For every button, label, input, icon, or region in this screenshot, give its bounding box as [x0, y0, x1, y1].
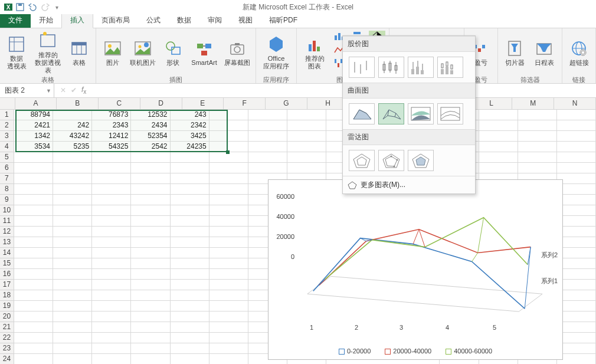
cell[interactable]: 12412	[92, 131, 131, 142]
cell[interactable]	[92, 269, 131, 280]
cell[interactable]	[92, 216, 131, 227]
cell[interactable]	[14, 216, 53, 227]
row-header[interactable]: 24	[0, 354, 14, 364]
cell[interactable]	[92, 237, 131, 248]
timeline-button[interactable]: 日程表	[530, 31, 558, 74]
cell[interactable]	[171, 333, 209, 343]
cell[interactable]	[209, 311, 248, 322]
cell[interactable]	[131, 216, 170, 227]
enter-icon[interactable]: ✔	[71, 86, 77, 94]
stock-chart-3[interactable]	[408, 57, 434, 78]
online-pictures-button[interactable]: 联机图片	[128, 31, 158, 74]
cell[interactable]	[14, 184, 53, 195]
cell[interactable]	[53, 301, 92, 311]
cell[interactable]	[131, 258, 170, 269]
cell[interactable]	[92, 205, 131, 216]
cell[interactable]	[557, 131, 596, 142]
tab-file[interactable]: 文件	[0, 13, 31, 28]
cell[interactable]	[209, 152, 248, 163]
cell[interactable]	[131, 248, 170, 258]
cell[interactable]	[53, 269, 92, 280]
cell[interactable]	[14, 227, 53, 237]
cell[interactable]	[53, 184, 92, 195]
cell[interactable]	[92, 343, 131, 354]
tab-data[interactable]: 数据	[169, 13, 199, 28]
cell[interactable]	[209, 205, 248, 216]
cell[interactable]	[171, 290, 209, 301]
cell[interactable]	[209, 184, 248, 195]
cell[interactable]	[171, 301, 209, 311]
row-header[interactable]: 21	[0, 322, 14, 333]
cell[interactable]	[209, 173, 248, 184]
cell[interactable]	[248, 142, 287, 152]
row-header[interactable]: 10	[0, 205, 14, 216]
col-G[interactable]: G	[266, 98, 307, 109]
cell[interactable]	[287, 152, 326, 163]
cell[interactable]	[53, 322, 92, 333]
cell[interactable]	[131, 173, 170, 184]
cell[interactable]	[53, 152, 92, 163]
tab-foxit-pdf[interactable]: 福昕PDF	[261, 13, 306, 28]
fx-icon[interactable]: fx	[81, 86, 86, 95]
cell[interactable]	[557, 163, 596, 173]
cell[interactable]: 3425	[171, 131, 209, 142]
cell[interactable]	[171, 269, 209, 280]
cell[interactable]	[209, 343, 248, 354]
cell[interactable]	[209, 227, 248, 237]
row-header[interactable]: 16	[0, 269, 14, 280]
cell[interactable]	[131, 322, 170, 333]
row-header[interactable]: 2	[0, 120, 14, 131]
row-header[interactable]: 7	[0, 173, 14, 184]
slicer-button[interactable]: 切片器	[502, 31, 528, 74]
cell[interactable]	[209, 248, 248, 258]
cell[interactable]	[92, 152, 131, 163]
radar-chart-1[interactable]	[349, 150, 375, 171]
cell[interactable]	[171, 322, 209, 333]
row-header[interactable]: 13	[0, 237, 14, 248]
cell[interactable]	[479, 131, 518, 142]
cell[interactable]	[518, 142, 557, 152]
cell[interactable]	[131, 152, 170, 163]
cell[interactable]	[479, 163, 518, 173]
tab-review[interactable]: 审阅	[199, 13, 230, 28]
row-header[interactable]: 23	[0, 343, 14, 354]
cell[interactable]	[53, 216, 92, 227]
cell[interactable]	[14, 173, 53, 184]
cell[interactable]	[209, 237, 248, 248]
cell[interactable]	[131, 301, 170, 311]
cell[interactable]	[92, 227, 131, 237]
cell[interactable]	[53, 237, 92, 248]
office-apps-button[interactable]: Office应用程序	[260, 31, 293, 74]
cell[interactable]	[14, 290, 53, 301]
cell[interactable]	[171, 195, 209, 205]
cell[interactable]: 5235	[53, 142, 92, 152]
radar-chart-2[interactable]	[378, 150, 404, 171]
cell[interactable]	[53, 343, 92, 354]
tab-home[interactable]: 开始	[31, 13, 61, 28]
cell[interactable]	[14, 237, 53, 248]
cell[interactable]	[131, 163, 170, 173]
cell[interactable]	[209, 290, 248, 301]
tab-insert[interactable]: 插入	[61, 12, 93, 28]
row-header[interactable]: 9	[0, 195, 14, 205]
cell[interactable]	[131, 354, 170, 364]
tab-formulas[interactable]: 公式	[138, 13, 169, 28]
cell[interactable]: 2542	[131, 142, 170, 152]
surface-chart-wireframe-contour[interactable]	[437, 103, 463, 124]
name-box-dropdown-icon[interactable]: ▼	[46, 88, 51, 94]
recommended-charts-button[interactable]: 推荐的图表	[300, 31, 329, 74]
row-header[interactable]: 14	[0, 248, 14, 258]
cell[interactable]	[53, 258, 92, 269]
cell[interactable]: 52354	[131, 131, 170, 142]
cell[interactable]	[53, 110, 92, 120]
cell[interactable]	[92, 280, 131, 290]
col-C[interactable]: C	[99, 98, 140, 109]
cell[interactable]: 54325	[92, 142, 131, 152]
cell[interactable]	[209, 163, 248, 173]
cell[interactable]	[171, 173, 209, 184]
chart-object[interactable]: 60000 40000 20000 0 1 2 3 4 5 系列2 系列1 0-…	[268, 179, 563, 360]
cell[interactable]	[209, 110, 248, 120]
cell[interactable]	[131, 333, 170, 343]
cell[interactable]	[209, 131, 248, 142]
cell[interactable]	[171, 163, 209, 173]
